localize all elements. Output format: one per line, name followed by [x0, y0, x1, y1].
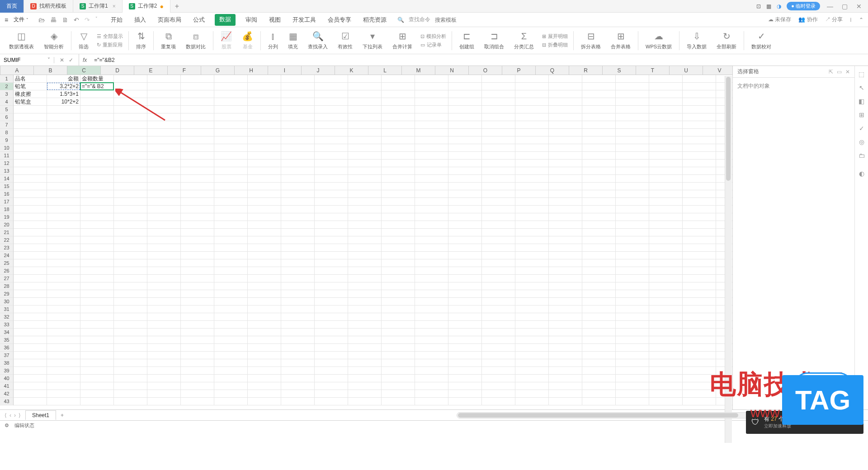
column-header[interactable]: K: [335, 66, 368, 75]
cell[interactable]: [582, 213, 616, 221]
cell[interactable]: [616, 183, 649, 190]
cell[interactable]: [482, 136, 515, 144]
cell[interactable]: [616, 329, 649, 336]
cell[interactable]: [114, 175, 147, 183]
cell[interactable]: [248, 290, 281, 298]
cell[interactable]: [147, 282, 181, 290]
cell[interactable]: [281, 190, 315, 198]
cell[interactable]: [482, 190, 515, 198]
cell[interactable]: [114, 183, 147, 190]
cell[interactable]: [14, 398, 47, 405]
cell[interactable]: [549, 121, 582, 129]
cell[interactable]: [214, 313, 248, 321]
cell[interactable]: [616, 106, 649, 113]
column-header[interactable]: P: [502, 66, 536, 75]
cell[interactable]: [482, 98, 515, 106]
cell[interactable]: [448, 160, 482, 167]
cell[interactable]: [181, 106, 214, 113]
cell[interactable]: [315, 229, 348, 236]
row-header[interactable]: 21: [0, 229, 14, 236]
more-icon[interactable]: ⁞: [850, 17, 852, 23]
cell[interactable]: [147, 244, 181, 252]
cell[interactable]: [549, 136, 582, 144]
cell[interactable]: 橡皮擦: [14, 90, 47, 98]
cell[interactable]: [47, 382, 80, 390]
column-header[interactable]: E: [134, 66, 168, 75]
cell[interactable]: [515, 106, 549, 113]
cell[interactable]: [415, 236, 448, 244]
tab-workbook2[interactable]: S 工作簿2 ●: [123, 0, 170, 13]
cell[interactable]: [80, 167, 114, 175]
cell[interactable]: [515, 229, 549, 236]
cell[interactable]: [214, 98, 248, 106]
cell[interactable]: [248, 382, 281, 390]
cell[interactable]: [515, 121, 549, 129]
cell[interactable]: [348, 236, 382, 244]
cell[interactable]: [248, 398, 281, 405]
cell[interactable]: [415, 75, 448, 83]
cell[interactable]: [315, 236, 348, 244]
cell[interactable]: [616, 160, 649, 167]
cell[interactable]: [649, 206, 683, 213]
cell[interactable]: [549, 75, 582, 83]
cell[interactable]: [315, 83, 348, 90]
cell[interactable]: [649, 152, 683, 160]
row-header[interactable]: 32: [0, 313, 14, 321]
cell[interactable]: [616, 221, 649, 229]
cell[interactable]: [214, 167, 248, 175]
cell[interactable]: [582, 290, 616, 298]
fx-icon[interactable]: fx: [79, 57, 90, 63]
cell[interactable]: [214, 244, 248, 252]
cell[interactable]: [448, 229, 482, 236]
cell[interactable]: [549, 229, 582, 236]
cell[interactable]: [214, 252, 248, 259]
cell[interactable]: [14, 275, 47, 282]
cell[interactable]: [582, 359, 616, 367]
cell[interactable]: [549, 129, 582, 136]
cell[interactable]: [448, 90, 482, 98]
cell[interactable]: [248, 129, 281, 136]
cell[interactable]: [181, 306, 214, 313]
cell[interactable]: [448, 267, 482, 275]
cell[interactable]: [248, 152, 281, 160]
cell[interactable]: [448, 206, 482, 213]
cell[interactable]: [315, 121, 348, 129]
cell[interactable]: [649, 83, 683, 90]
cell[interactable]: [114, 106, 147, 113]
cell[interactable]: [14, 290, 47, 298]
cell[interactable]: [415, 113, 448, 121]
cell[interactable]: [80, 352, 114, 359]
cell[interactable]: [549, 382, 582, 390]
column-header[interactable]: Q: [536, 66, 569, 75]
cell[interactable]: [47, 236, 80, 244]
cell[interactable]: [281, 198, 315, 206]
cell[interactable]: [147, 352, 181, 359]
cell[interactable]: [382, 175, 415, 183]
cell[interactable]: [47, 136, 80, 144]
cell[interactable]: [448, 329, 482, 336]
cell[interactable]: [248, 359, 281, 367]
cell[interactable]: [415, 198, 448, 206]
cell[interactable]: [515, 390, 549, 398]
cell[interactable]: [114, 83, 147, 90]
cell[interactable]: [515, 90, 549, 98]
cell[interactable]: [382, 398, 415, 405]
cell[interactable]: [616, 375, 649, 382]
cell[interactable]: [315, 306, 348, 313]
cell[interactable]: [281, 375, 315, 382]
cell[interactable]: [214, 282, 248, 290]
cell[interactable]: [683, 313, 716, 321]
cell[interactable]: [448, 306, 482, 313]
row-header[interactable]: 38: [0, 359, 14, 367]
cell[interactable]: [14, 144, 47, 152]
share-button[interactable]: ↗ 分享: [825, 16, 843, 24]
cell[interactable]: [616, 213, 649, 221]
cell[interactable]: [147, 206, 181, 213]
cell[interactable]: [181, 98, 214, 106]
cell[interactable]: [181, 144, 214, 152]
cell[interactable]: [683, 83, 716, 90]
cell[interactable]: [181, 398, 214, 405]
cell[interactable]: [80, 390, 114, 398]
cell[interactable]: [482, 367, 515, 375]
cell[interactable]: [515, 382, 549, 390]
